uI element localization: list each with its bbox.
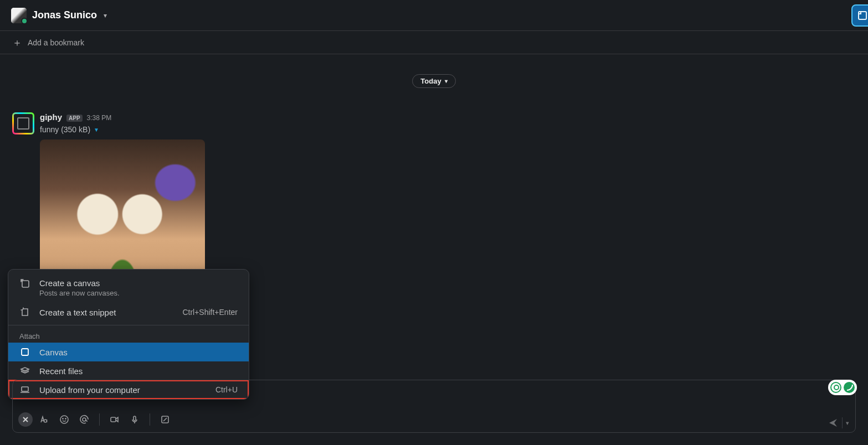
- close-attach-button[interactable]: [18, 412, 33, 427]
- canvas-icon: [19, 347, 30, 357]
- svg-rect-9: [133, 416, 136, 421]
- composer-toolbar: [13, 407, 855, 432]
- svg-point-5: [63, 418, 63, 419]
- dm-user-name: Jonas Sunico: [32, 9, 97, 21]
- shortcuts-button[interactable]: [157, 411, 173, 428]
- message-sender[interactable]: giphy: [40, 112, 62, 122]
- date-pill[interactable]: Today ▾: [412, 74, 455, 88]
- menu-divider: [8, 325, 249, 325]
- format-button[interactable]: [36, 411, 53, 428]
- date-divider: Today ▾: [0, 74, 868, 88]
- header-user-button[interactable]: Jonas Sunico ▾: [11, 8, 107, 23]
- file-label-row[interactable]: funny (350 kB) ▼: [40, 125, 856, 134]
- svg-point-4: [60, 416, 68, 423]
- bookmark-bar: ＋ Add a bookmark: [0, 31, 868, 54]
- theme-icon: [844, 382, 855, 393]
- collapse-caret-icon: ▼: [94, 127, 99, 133]
- canvas-toggle-button[interactable]: [851, 4, 868, 27]
- dm-header: Jonas Sunico ▾: [0, 0, 868, 31]
- message-composer: ▾: [0, 372, 868, 445]
- plus-icon: ＋: [12, 38, 22, 48]
- chevron-down-icon: ▾: [104, 12, 107, 19]
- send-options-button[interactable]: ▾: [846, 420, 849, 427]
- svg-rect-0: [859, 12, 866, 19]
- svg-rect-2: [22, 349, 28, 355]
- mention-button[interactable]: [76, 411, 93, 428]
- message-time: 3:38 PM: [87, 114, 112, 122]
- add-bookmark-button[interactable]: Add a bookmark: [28, 38, 84, 47]
- svg-point-7: [83, 418, 86, 421]
- send-button-group: ▾: [828, 417, 849, 428]
- chevron-down-icon: ▾: [445, 78, 448, 84]
- snippet-icon: [19, 307, 30, 317]
- toolbar-divider: [842, 417, 843, 428]
- composer-box[interactable]: [12, 380, 856, 433]
- menu-item-text-snippet[interactable]: Create a text snippet Ctrl+Shift+Enter: [8, 303, 249, 322]
- help-pill[interactable]: [828, 380, 857, 395]
- svg-point-6: [65, 418, 66, 419]
- canvas-plus-icon: [19, 278, 30, 288]
- presence-indicator: [21, 18, 28, 24]
- help-icon: [830, 382, 841, 393]
- avatar: [11, 8, 27, 23]
- shortcut-label: Ctrl+Shift+Enter: [182, 308, 238, 317]
- video-button[interactable]: [106, 411, 123, 428]
- app-badge: APP: [66, 115, 83, 122]
- send-button[interactable]: [828, 417, 839, 428]
- toolbar-divider: [99, 413, 100, 426]
- svg-rect-1: [22, 281, 29, 287]
- audio-button[interactable]: [126, 411, 143, 428]
- toolbar-divider: [150, 413, 150, 426]
- emoji-button[interactable]: [56, 411, 73, 428]
- menu-section-attach: Attach: [8, 329, 249, 343]
- menu-item-create-canvas[interactable]: Create a canvas Posts are now canvases.: [8, 273, 249, 303]
- svg-rect-8: [111, 417, 116, 422]
- menu-item-canvas[interactable]: Canvas: [8, 343, 249, 361]
- app-avatar[interactable]: [12, 112, 34, 134]
